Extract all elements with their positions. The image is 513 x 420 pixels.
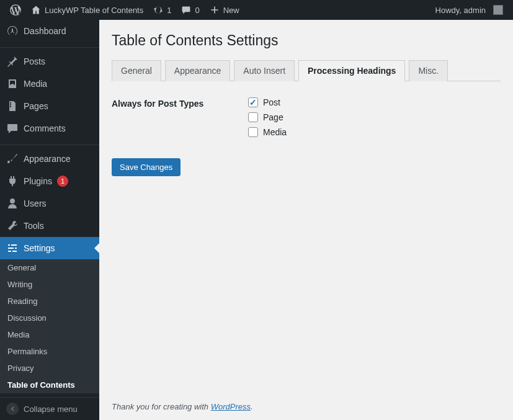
sidebar-item-label: Settings (24, 243, 55, 253)
sidebar-item-plugins[interactable]: Plugins 1 (0, 170, 99, 192)
checkbox-label: Page (263, 112, 283, 122)
menu-separator (0, 45, 99, 48)
sidebar-item-appearance[interactable]: Appearance (0, 148, 99, 170)
sidebar-item-label: Tools (24, 221, 44, 231)
adminbar-updates-count: 1 (167, 6, 171, 15)
checkbox-post[interactable]: Post (248, 97, 287, 107)
admin-sidebar: Dashboard Posts Media Pages Comments App… (0, 20, 99, 420)
wrench-icon (6, 220, 19, 232)
field-always-for-post-types: Always for Post Types Post Page Media (112, 97, 501, 137)
adminbar-comments[interactable]: 0 (176, 0, 204, 20)
collapse-menu[interactable]: Collapse menu (0, 397, 99, 420)
sidebar-item-pages[interactable]: Pages (0, 95, 99, 117)
comment-icon (6, 122, 19, 135)
sidebar-item-label: Pages (24, 101, 48, 111)
page-icon (6, 100, 19, 112)
adminbar-wp-logo[interactable] (5, 0, 26, 20)
adminbar-howdy: Howdy, admin (435, 6, 486, 15)
sidebar-item-dashboard[interactable]: Dashboard (0, 20, 99, 42)
submenu-table-of-contents[interactable]: Table of Contents (0, 377, 99, 393)
tab-processing-headings[interactable]: Processing Headings (298, 60, 405, 81)
sidebar-item-users[interactable]: Users (0, 192, 99, 215)
checkbox-input[interactable] (248, 127, 258, 137)
save-button[interactable]: Save Changes (112, 158, 181, 176)
sidebar-item-label: Dashboard (24, 26, 66, 36)
sidebar-item-comments[interactable]: Comments (0, 117, 99, 140)
tab-appearance[interactable]: Appearance (165, 60, 231, 81)
admin-bar: LuckyWP Table of Contents 1 0 New Howdy,… (0, 0, 513, 20)
checkbox-page[interactable]: Page (248, 112, 287, 122)
footer-text: Thank you for creating with (112, 402, 211, 411)
home-icon (31, 5, 41, 15)
tab-misc[interactable]: Misc. (409, 60, 448, 81)
sidebar-item-posts[interactable]: Posts (0, 50, 99, 73)
sidebar-item-label: Posts (24, 56, 45, 66)
brush-icon (6, 153, 19, 165)
adminbar-new-label: New (223, 6, 239, 15)
menu-separator (0, 142, 99, 145)
sidebar-item-settings[interactable]: Settings (0, 237, 99, 259)
admin-footer: Thank you for creating with WordPress. (112, 393, 501, 420)
tab-auto-insert[interactable]: Auto Insert (234, 60, 295, 81)
tab-general[interactable]: General (112, 60, 161, 81)
sidebar-item-label: Comments (24, 123, 66, 133)
avatar (493, 5, 503, 15)
settings-submenu: General Writing Reading Discussion Media… (0, 259, 99, 393)
submenu-media[interactable]: Media (0, 326, 99, 343)
plugin-icon (6, 175, 19, 187)
adminbar-new[interactable]: New (205, 0, 244, 20)
plus-icon (210, 5, 220, 15)
checkbox-input[interactable] (248, 112, 258, 122)
submenu-reading[interactable]: Reading (0, 293, 99, 310)
adminbar-comments-count: 0 (195, 6, 199, 15)
footer-text-after: . (251, 402, 253, 411)
checkbox-label: Media (263, 127, 287, 137)
media-icon (6, 78, 19, 90)
wordpress-logo-icon (10, 4, 21, 16)
adminbar-site-label: LuckyWP Table of Contents (45, 6, 143, 15)
main-content: Table of Contents Settings General Appea… (99, 20, 513, 420)
adminbar-account[interactable]: Howdy, admin (430, 0, 508, 20)
settings-tabs: General Appearance Auto Insert Processin… (112, 60, 501, 81)
plugins-update-badge: 1 (57, 176, 68, 187)
submenu-permalinks[interactable]: Permalinks (0, 343, 99, 360)
submenu-privacy[interactable]: Privacy (0, 360, 99, 377)
dashboard-icon (6, 25, 19, 37)
collapse-label: Collapse menu (24, 404, 78, 414)
update-icon (153, 5, 163, 15)
adminbar-updates[interactable]: 1 (148, 0, 176, 20)
pin-icon (6, 55, 19, 68)
sidebar-item-label: Media (24, 79, 47, 89)
adminbar-site-name[interactable]: LuckyWP Table of Contents (26, 0, 148, 20)
checkbox-media[interactable]: Media (248, 127, 287, 137)
page-title: Table of Contents Settings (112, 32, 501, 49)
submenu-general[interactable]: General (0, 259, 99, 276)
collapse-icon (6, 403, 19, 415)
sidebar-item-label: Users (24, 199, 47, 208)
sidebar-item-label: Appearance (24, 154, 71, 164)
sidebar-item-label: Plugins (24, 176, 52, 186)
footer-wordpress-link[interactable]: WordPress (211, 402, 251, 411)
user-icon (6, 197, 19, 210)
submenu-discussion[interactable]: Discussion (0, 310, 99, 326)
field-label: Always for Post Types (112, 97, 248, 137)
sidebar-item-media[interactable]: Media (0, 73, 99, 95)
sidebar-item-tools[interactable]: Tools (0, 215, 99, 237)
sliders-icon (6, 242, 19, 254)
checkbox-list: Post Page Media (248, 97, 287, 137)
submenu-writing[interactable]: Writing (0, 276, 99, 293)
checkbox-input[interactable] (248, 97, 258, 107)
comment-icon (181, 5, 191, 15)
checkbox-label: Post (263, 97, 280, 107)
